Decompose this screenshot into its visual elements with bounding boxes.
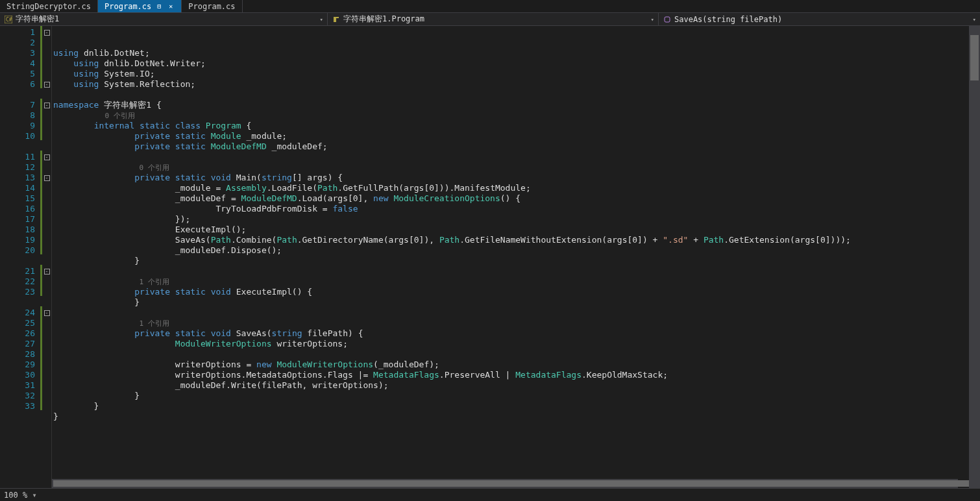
code-line[interactable]: writerOptions = new ModuleWriterOptions(… — [52, 360, 969, 370]
code-token: _moduleDef.Dispose(); — [53, 245, 282, 255]
code-line[interactable]: private static ModuleDefMD _moduleDef; — [52, 141, 969, 152]
line-number: 17 — [0, 214, 35, 225]
fold-cell — [42, 328, 51, 339]
codelens-references[interactable]: 1 个引用 — [53, 278, 169, 286]
nav-method-dropdown[interactable]: SaveAs(string filePath) ▾ — [659, 13, 980, 25]
nav-namespace-dropdown[interactable]: C# 字符串解密1 ▾ — [0, 13, 328, 25]
code-line[interactable] — [52, 152, 969, 162]
fold-toggle[interactable]: - — [44, 175, 50, 181]
code-line[interactable]: 0 个引用 — [52, 162, 969, 173]
fold-toggle[interactable]: - — [44, 269, 50, 275]
code-token: .GetDirectoryName(args[0]), — [297, 235, 439, 245]
vertical-scrollbar[interactable] — [969, 26, 980, 488]
code-line[interactable]: } — [52, 411, 969, 422]
code-line[interactable]: 1 个引用 — [52, 318, 969, 328]
code-token: dnlib.DotNet.Writer; — [99, 58, 205, 68]
fold-toggle[interactable]: - — [44, 310, 50, 316]
code-line[interactable]: SaveAs(Path.Combine(Path.GetDirectoryNam… — [52, 235, 969, 245]
code-token: string — [262, 173, 292, 182]
code-line[interactable]: private static Module _module; — [52, 131, 969, 141]
code-line[interactable]: _module = Assembly.LoadFile(Path.GetFull… — [52, 183, 969, 193]
chevron-down-icon: ▾ — [320, 16, 323, 23]
fold-toggle[interactable]: - — [44, 154, 50, 160]
fold-cell — [42, 193, 51, 204]
code-token: Path — [276, 235, 297, 245]
vertical-scrollbar-thumb[interactable] — [970, 35, 979, 80]
code-token: Program — [206, 121, 241, 130]
code-line[interactable] — [52, 266, 969, 276]
code-line[interactable]: private static void Main(string[] args) … — [52, 173, 969, 183]
code-line[interactable]: internal static class Program { — [52, 121, 969, 131]
code-token: using — [73, 69, 99, 79]
code-line[interactable]: _moduleDef.Dispose(); — [52, 245, 969, 256]
code-line[interactable] — [52, 422, 969, 432]
code-line[interactable]: }); — [52, 214, 969, 225]
pin-icon[interactable]: ⊟ — [155, 3, 163, 10]
code-token: writerOptions = — [53, 360, 256, 369]
code-line[interactable]: namespace 字符串解密1 { — [52, 100, 969, 110]
fold-toggle[interactable]: - — [44, 30, 50, 36]
code-token — [53, 131, 134, 141]
fold-cell: - — [42, 152, 51, 162]
tab-stringdecryptor[interactable]: StringDecryptor.cs — [0, 0, 98, 12]
code-line[interactable]: TryToLoadPdbFromDisk = false — [52, 204, 969, 214]
line-number: 15 — [0, 193, 35, 204]
code-line[interactable] — [52, 349, 969, 360]
code-line[interactable]: ModuleWriterOptions writerOptions; — [52, 339, 969, 349]
tab-program-active[interactable]: Program.cs ⊟ ✕ — [98, 0, 182, 12]
code-line[interactable]: using dnlib.DotNet; — [52, 48, 969, 58]
nav-class-dropdown[interactable]: 字符串解密1.Program ▾ — [328, 13, 659, 25]
code-token — [201, 121, 206, 130]
code-line[interactable] — [52, 308, 969, 318]
horizontal-scrollbar[interactable] — [52, 479, 958, 488]
fold-cell: - — [42, 27, 51, 38]
code-token: filePath) { — [302, 328, 363, 338]
code-token: internal static class — [94, 121, 201, 130]
codelens-references[interactable]: 1 个引用 — [53, 319, 169, 328]
horizontal-scrollbar-thumb[interactable] — [53, 480, 980, 487]
line-number: 6 — [0, 79, 35, 90]
line-number: 10 — [0, 131, 35, 141]
code-line[interactable]: ExecuteImpl(); — [52, 225, 969, 235]
code-line[interactable]: 1 个引用 — [52, 276, 969, 287]
code-token: using — [73, 79, 99, 89]
code-line[interactable] — [52, 90, 969, 100]
zoom-dropdown-icon[interactable]: ▾ — [30, 491, 39, 500]
code-line[interactable]: using dnlib.DotNet.Writer; — [52, 58, 969, 69]
line-number: 22 — [0, 276, 35, 287]
code-line[interactable]: using System.Reflection; — [52, 79, 969, 90]
code-token: _moduleDef.Write(filePath, writerOptions… — [53, 380, 389, 390]
code-line[interactable]: using System.IO; — [52, 69, 969, 79]
code-line[interactable]: writerOptions.MetadataOptions.Flags |= M… — [52, 370, 969, 380]
code-token: System.IO; — [99, 69, 154, 79]
close-icon[interactable]: ✕ — [167, 3, 175, 10]
line-number — [0, 141, 35, 152]
fold-cell: - — [42, 173, 51, 183]
codelens-references[interactable]: 0 个引用 — [53, 164, 169, 172]
line-number: 5 — [0, 69, 35, 79]
zoom-level[interactable]: 100 % — [4, 491, 27, 500]
code-token: } — [53, 411, 58, 421]
code-token: .KeepOldMaxStack; — [582, 370, 668, 380]
code-line[interactable]: } — [52, 401, 969, 411]
code-line[interactable]: } — [52, 256, 969, 266]
code-content[interactable]: using dnlib.DotNet; using dnlib.DotNet.W… — [51, 26, 969, 488]
line-number: 19 — [0, 235, 35, 245]
code-line[interactable]: } — [52, 297, 969, 308]
tab-program-other[interactable]: Program.cs — [182, 0, 242, 12]
code-line[interactable]: _moduleDef = ModuleDefMD.Load(args[0], n… — [52, 193, 969, 204]
line-number: 13 — [0, 173, 35, 183]
codelens-references[interactable]: 0 个引用 — [53, 112, 135, 120]
tab-label: StringDecryptor.cs — [6, 2, 91, 11]
code-line[interactable]: } — [52, 391, 969, 401]
fold-toggle[interactable]: - — [44, 82, 50, 88]
code-token: private static void — [134, 287, 231, 297]
code-line[interactable]: private static void SaveAs(string filePa… — [52, 328, 969, 339]
code-line[interactable]: private static void ExecuteImpl() { — [52, 287, 969, 297]
code-line[interactable]: _moduleDef.Write(filePath, writerOptions… — [52, 380, 969, 391]
split-editor-button[interactable] — [969, 26, 980, 34]
code-line[interactable]: 0 个引用 — [52, 110, 969, 121]
fold-cell — [42, 69, 51, 79]
code-token: SaveAs( — [53, 235, 211, 245]
fold-toggle[interactable]: - — [44, 103, 50, 108]
